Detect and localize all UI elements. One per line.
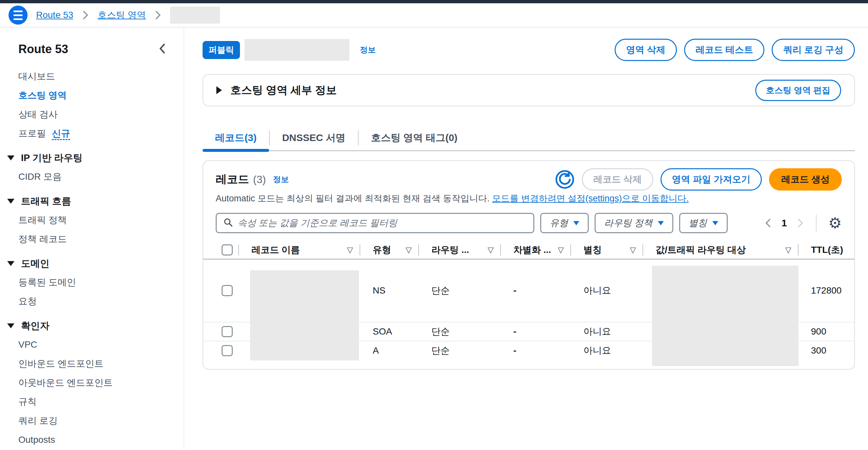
sidebar-section-traffic-flow[interactable]: 트래픽 흐름	[7, 191, 184, 211]
caret-down-icon	[712, 221, 718, 225]
filter-label: 별칭	[689, 217, 707, 229]
type-filter-dropdown[interactable]: 유형	[540, 213, 589, 233]
sidebar-item-hosted-zones[interactable]: 호스팅 영역	[18, 86, 184, 105]
record-filter-searchbox[interactable]	[216, 213, 534, 233]
column-header-alias[interactable]: 별칭▽	[571, 241, 643, 259]
delete-record-button: 레코드 삭제	[582, 168, 653, 190]
refresh-icon	[555, 185, 575, 190]
create-record-button[interactable]: 레코드 생성	[769, 168, 842, 190]
records-table: 레코드 이름▽ 유형▽ 라우팅 ...▽ 차별화 ...▽ 별칭▽ 값/트래픽 …	[203, 241, 854, 360]
column-header-value[interactable]: 값/트래픽 라우팅 대상▽	[643, 241, 799, 259]
column-header-record-name[interactable]: 레코드 이름▽	[239, 241, 360, 259]
hosted-zone-details-panel: 호스팅 영역 세부 정보 호스팅 영역 편집	[203, 74, 855, 106]
cell-alias: 아니요	[571, 344, 643, 357]
column-header-differentiator[interactable]: 차별화 ...▽	[501, 241, 571, 259]
sidebar-item-outposts[interactable]: Outposts	[18, 430, 184, 449]
toolbar-divider	[816, 214, 816, 232]
sidebar-item-rules[interactable]: 규칙	[18, 392, 184, 411]
column-label: 값/트래픽 라우팅 대상	[656, 244, 746, 256]
test-record-button[interactable]: 레코드 테스트	[684, 39, 765, 61]
sidebar-item-cidr-collections[interactable]: CIDR 모음	[18, 167, 184, 186]
sort-icon[interactable]: ▽	[347, 245, 353, 254]
cell-differentiator: -	[501, 326, 571, 337]
hamburger-menu-icon[interactable]	[8, 6, 28, 25]
tab-dnssec-signing[interactable]: DNSSEC 서명	[270, 125, 358, 150]
sidebar-section-resolver[interactable]: 확인자	[7, 316, 184, 335]
sidebar-item-traffic-policies[interactable]: 트래픽 정책	[18, 211, 184, 230]
sidebar-section-label: 트래픽 흐름	[21, 191, 71, 211]
previous-page-icon[interactable]	[765, 218, 772, 228]
details-panel-title: 호스팅 영역 세부 정보	[230, 83, 337, 98]
expand-caret-icon[interactable]	[216, 86, 222, 94]
cell-differentiator: -	[501, 346, 571, 356]
sidebar-item-vpc[interactable]: VPC	[18, 335, 184, 354]
sidebar-item-requests[interactable]: 요청	[18, 292, 184, 311]
sidebar-section-label: 도메인	[21, 254, 50, 273]
settings-mode-link[interactable]: 모드를 변경하려면 설정(settings)으로 이동합니다.	[492, 193, 689, 203]
sidebar-section-ip-based-routing[interactable]: IP 기반 라우팅	[7, 148, 184, 167]
sidebar-section-domains[interactable]: 도메인	[7, 254, 184, 273]
sidebar-item-health-checks[interactable]: 상태 검사	[18, 105, 184, 124]
import-zone-file-button[interactable]: 영역 파일 가져오기	[660, 168, 762, 190]
delete-zone-button[interactable]: 영역 삭제	[615, 39, 677, 61]
pagination: 1 ⚙	[765, 214, 842, 232]
redacted-zone-name-breadcrumb	[170, 6, 220, 24]
breadcrumb-hosted-zones-link[interactable]: 호스팅 영역	[98, 9, 146, 21]
filter-toolbar: 유형 라우팅 정책 별칭 1	[203, 213, 854, 233]
column-header-routing[interactable]: 라우팅 ...▽	[419, 241, 501, 259]
chevron-right-icon	[82, 10, 89, 20]
cell-ttl: 300	[799, 346, 854, 356]
column-label: 레코드 이름	[251, 244, 300, 256]
row-checkbox[interactable]	[222, 345, 233, 356]
sidebar-item-policy-records[interactable]: 정책 레코드	[18, 230, 184, 249]
sidebar-item-outbound-endpoints[interactable]: 아웃바운드 엔드포인트	[18, 373, 184, 392]
records-info-link[interactable]: 정보	[273, 174, 289, 185]
column-label: 차별화 ...	[513, 244, 551, 256]
cell-alias: 아니요	[571, 325, 643, 338]
zone-info-link[interactable]: 정보	[360, 44, 376, 55]
record-filter-input[interactable]	[238, 218, 527, 228]
routing-policy-filter-dropdown[interactable]: 라우팅 정책	[595, 213, 673, 233]
alias-filter-dropdown[interactable]: 별칭	[679, 213, 728, 233]
tab-records[interactable]: 레코드(3)	[203, 125, 269, 150]
sort-icon[interactable]: ▽	[785, 245, 791, 254]
refresh-button[interactable]	[555, 170, 575, 189]
sidebar-item-query-logging[interactable]: 쿼리 로깅	[18, 411, 184, 430]
route53-console-page: Route 53 호스팅 영역 Route 53 대시보드 호스팅 영역 상태 …	[0, 0, 868, 450]
row-checkbox[interactable]	[222, 326, 233, 337]
column-label: 별칭	[584, 244, 602, 256]
sidebar-collapse-icon[interactable]	[158, 43, 166, 55]
sidebar-item-inbound-endpoints[interactable]: 인바운드 엔드포인트	[18, 354, 184, 373]
breadcrumb-route53-link[interactable]: Route 53	[36, 10, 73, 20]
sidebar-item-registered-domains[interactable]: 등록된 도메인	[18, 273, 184, 292]
table-settings-gear-icon[interactable]: ⚙	[828, 215, 842, 231]
sort-icon[interactable]: ▽	[406, 245, 412, 254]
cell-type: SOA	[360, 326, 419, 337]
tab-hosted-zone-tags[interactable]: 호스팅 영역 태그(0)	[359, 125, 470, 150]
sidebar-item-dashboard[interactable]: 대시보드	[18, 67, 184, 86]
sort-icon[interactable]: ▽	[488, 245, 494, 254]
breadcrumb: Route 53 호스팅 영역	[0, 3, 868, 28]
sidebar-item-profiles[interactable]: 프로필신규	[18, 124, 184, 143]
cell-type: A	[360, 346, 419, 356]
sort-icon[interactable]: ▽	[630, 245, 636, 254]
cell-routing: 단순	[419, 325, 501, 338]
caret-down-icon	[7, 323, 14, 328]
current-page-number[interactable]: 1	[781, 217, 787, 229]
new-badge[interactable]: 신규	[52, 128, 70, 140]
sort-icon[interactable]: ▽	[558, 245, 564, 254]
next-page-icon[interactable]	[797, 218, 804, 228]
filter-label: 유형	[550, 217, 568, 229]
chevron-right-icon	[154, 10, 162, 20]
configure-query-logging-button[interactable]: 쿼리 로깅 구성	[772, 39, 855, 61]
zone-header: 퍼블릭 정보 영역 삭제 레코드 테스트 쿼리 로깅 구성	[203, 39, 855, 61]
column-header-type[interactable]: 유형▽	[360, 241, 419, 259]
cell-differentiator: -	[501, 286, 571, 296]
caret-down-icon	[7, 261, 14, 266]
row-checkbox[interactable]	[222, 285, 233, 296]
caret-down-icon	[7, 155, 14, 160]
select-all-checkbox[interactable]	[222, 244, 233, 256]
caret-down-icon	[573, 221, 579, 225]
sidebar-section-label: IP 기반 라우팅	[21, 148, 83, 167]
edit-hosted-zone-button[interactable]: 호스팅 영역 편집	[755, 80, 841, 101]
